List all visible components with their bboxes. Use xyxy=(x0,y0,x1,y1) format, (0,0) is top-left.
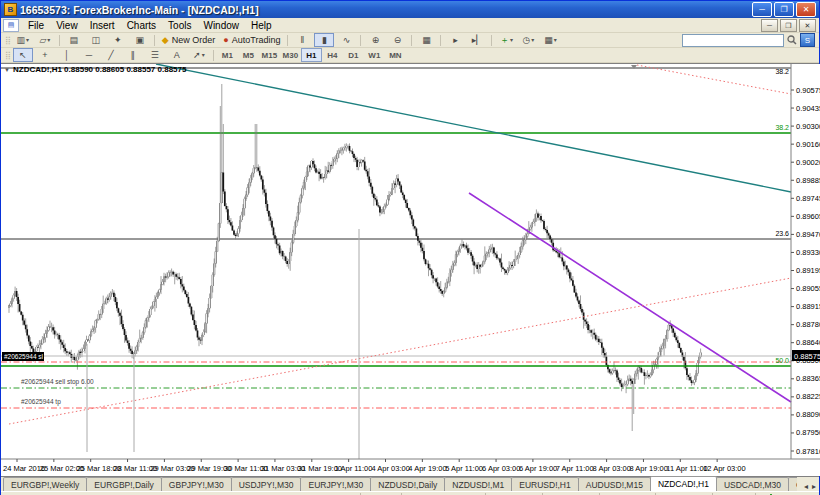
chart-tab-gbpjpy-m30[interactable]: GBPJPY!,M30 xyxy=(161,477,232,491)
timeframe-m15-button[interactable]: M15 xyxy=(259,48,280,62)
chart-tab-gbpusd-h1[interactable]: GBPUSD!,H1 xyxy=(788,477,797,491)
chart-tab-bar: EURGBP!,WeeklyEURGBP!,DailyGBPJPY!,M30US… xyxy=(1,476,819,491)
price-axis-label: 0.90160 xyxy=(796,140,820,149)
restore-button[interactable]: ❐ xyxy=(774,2,794,17)
timeframe-m1-button[interactable]: M1 xyxy=(217,48,238,62)
chart-tab-usdcad-m30[interactable]: USDCAD!,M30 xyxy=(716,477,789,491)
tab-scroll-left-icon[interactable]: ◂ xyxy=(804,482,808,491)
price-axis-label: 0.88915 xyxy=(796,302,820,311)
fib-level-label: 50.0 xyxy=(775,357,789,364)
zoom-out-button[interactable]: ⊖ xyxy=(387,33,407,47)
chart-tab-nzdcad-h1[interactable]: NZDCAD!,H1 xyxy=(650,476,717,491)
toolbar-grip[interactable]: ⣿ xyxy=(5,36,10,45)
templates-button[interactable]: ▦▾ xyxy=(540,33,560,47)
mdi-minimize-button[interactable]: ─ xyxy=(761,19,778,32)
order-sellstop-label: #20625944 sell stop 6.00 xyxy=(21,378,94,386)
arrows-tool-button[interactable]: ➚▾ xyxy=(189,48,209,62)
price-axis-label: 0.89195 xyxy=(796,266,820,275)
menu-view[interactable]: View xyxy=(50,19,84,32)
new-chart-button[interactable]: ▥▾ xyxy=(13,33,33,47)
price-axis-label: 0.90435 xyxy=(796,104,820,113)
timeframe-mn-button[interactable]: MN xyxy=(385,48,406,62)
search-icon[interactable] xyxy=(786,34,798,46)
terminal-button[interactable]: ▣ xyxy=(130,33,150,47)
mdi-close-button[interactable]: ✕ xyxy=(799,19,816,32)
tile-windows-button[interactable]: ▦ xyxy=(416,33,436,47)
price-chart-svg[interactable]: 38.238.223.650.0#20625944 sl#20625944 se… xyxy=(1,64,820,476)
chart-system-icon[interactable]: ▤ xyxy=(3,19,19,32)
trendline-tool-button[interactable]: ╱ xyxy=(101,48,121,62)
timeframe-w1-button[interactable]: W1 xyxy=(364,48,385,62)
chart-canvas[interactable]: 38.238.223.650.0#20625944 sl#20625944 se… xyxy=(1,63,819,476)
chart-tab-usdjpy-m30[interactable]: USDJPY!,M30 xyxy=(231,477,302,491)
menu-help[interactable]: Help xyxy=(245,19,278,32)
menu-window[interactable]: Window xyxy=(197,19,245,32)
timeframe-h4-button[interactable]: H4 xyxy=(322,48,343,62)
fib-level-label: 38.2 xyxy=(775,124,789,131)
price-axis-label: 0.89470 xyxy=(796,230,820,239)
indicators-button[interactable]: ＋▾ xyxy=(496,33,516,47)
navigator-button[interactable]: ✦ xyxy=(108,33,128,47)
candlestick-chart-button[interactable]: ▮ xyxy=(314,33,334,47)
autotrading-button[interactable]: ●AutoTrading xyxy=(220,33,283,47)
mdi-restore-button[interactable]: ❐ xyxy=(780,19,797,32)
order-sl-label: #20625944 sl xyxy=(4,353,44,360)
fib-level-label: 38.2 xyxy=(775,68,789,75)
chart-tab-eurgbp-daily[interactable]: EURGBP!,Daily xyxy=(86,477,162,491)
price-axis-label: 0.90300 xyxy=(796,122,820,131)
zoom-in-button[interactable]: ⊕ xyxy=(365,33,385,47)
cursor-tool-button[interactable]: ↖ xyxy=(13,48,33,62)
menu-tools[interactable]: Tools xyxy=(162,19,197,32)
time-axis-label: 11 Apr 11:00 xyxy=(666,464,707,473)
crosshair-tool-button[interactable]: + xyxy=(35,48,55,62)
timeframe-d1-button[interactable]: D1 xyxy=(343,48,364,62)
menu-bar: ▤ FileViewInsertChartsToolsWindowHelp ─ … xyxy=(1,18,819,33)
time-axis-label: 5 Apr 11:00 xyxy=(445,464,483,473)
chart-shift-button[interactable]: ▸▏ xyxy=(467,33,487,47)
profiles-button[interactable]: ▱▾ xyxy=(35,33,55,47)
toolbar-standard: ⣿ ▥▾▱▾▤◫✦▣◆New Order●AutoTrading‖▮∿⊕⊖▦▸▸… xyxy=(1,33,819,48)
timeframe-m5-button[interactable]: M5 xyxy=(238,48,259,62)
menu-charts[interactable]: Charts xyxy=(121,19,162,32)
price-axis-label: 0.90575 xyxy=(796,86,820,95)
chart-tab-audusd-m15[interactable]: AUDUSD!,M15 xyxy=(578,477,651,491)
new-order-button[interactable]: ◆New Order xyxy=(159,33,218,47)
close-button[interactable]: ✕ xyxy=(796,2,816,17)
community-icon[interactable]: S xyxy=(800,33,815,47)
line-chart-button[interactable]: ∿ xyxy=(336,33,356,47)
chart-tab-eurgbp-weekly[interactable]: EURGBP!,Weekly xyxy=(3,477,87,491)
search-input[interactable] xyxy=(682,34,784,47)
chart-tab-nzdusd-daily[interactable]: NZDUSD!,Daily xyxy=(370,477,445,491)
periods-button[interactable]: ◷▾ xyxy=(518,33,538,47)
timeframe-m30-button[interactable]: M30 xyxy=(280,48,301,62)
current-price-value: 0.88575 xyxy=(794,352,820,361)
time-axis-label: 7 Apr 11:00 xyxy=(556,464,594,473)
time-axis-label: 4 Apr 03:00 xyxy=(372,464,410,473)
time-axis-label: 1 Apr 11:00 xyxy=(335,464,373,473)
tab-scroll-right-icon[interactable]: ▸ xyxy=(812,482,816,491)
chart-tab-eurusd-h1[interactable]: EURUSD!,H1 xyxy=(511,477,578,491)
data-window-button[interactable]: ◫ xyxy=(86,33,106,47)
menu-insert[interactable]: Insert xyxy=(84,19,121,32)
app-icon: B xyxy=(4,3,17,16)
time-axis-label: 24 Mar 2016 xyxy=(3,464,45,473)
fibonacci-tool-button[interactable]: ☰ xyxy=(145,48,165,62)
price-axis-label: 0.88365 xyxy=(796,374,820,383)
chart-tab-nzdusd-m1[interactable]: NZDUSD!,M1 xyxy=(444,477,512,491)
auto-scroll-button[interactable]: ▸ xyxy=(445,33,465,47)
price-axis-label: 0.89745 xyxy=(796,194,820,203)
chart-tab-eurjpy-m30[interactable]: EURJPY!,M30 xyxy=(300,477,371,491)
market-watch-button[interactable]: ▤ xyxy=(64,33,84,47)
toolbar-grip-2[interactable]: ⣿ xyxy=(5,51,10,60)
timeframe-h1-button[interactable]: H1 xyxy=(301,48,322,62)
bar-chart-button[interactable]: ‖ xyxy=(292,33,312,47)
menu-file[interactable]: File xyxy=(22,19,50,32)
horizontal-line-tool-button[interactable]: ─ xyxy=(79,48,99,62)
fib-level-label: 23.6 xyxy=(775,230,789,237)
text-tool-button[interactable]: A xyxy=(167,48,187,62)
price-axis-label: 0.88780 xyxy=(796,320,820,329)
title-bar[interactable]: B 16653573: ForexBrokerInc-Main - [NZDCA… xyxy=(1,1,819,18)
equidistant-channel-tool-button[interactable]: ∥ xyxy=(123,48,143,62)
vertical-line-tool-button[interactable]: │ xyxy=(57,48,77,62)
minimize-button[interactable]: ─ xyxy=(752,2,772,17)
